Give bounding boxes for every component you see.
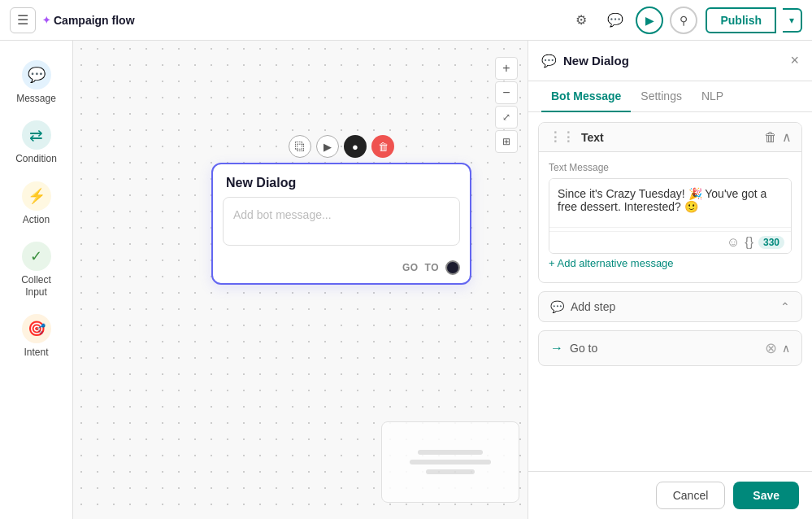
add-step-expand-icon[interactable]: ⌃ — [780, 300, 790, 313]
flow-star-icon: ✦ — [42, 15, 50, 26]
topbar-right: Publish ▾ — [706, 7, 802, 33]
text-message-container: ☺ {} 330 — [549, 178, 792, 254]
emoji-button[interactable]: ☺ — [727, 235, 740, 250]
minimap-line-2 — [410, 460, 491, 464]
goto-arrow-icon: → — [550, 341, 563, 355]
cancel-button[interactable]: Cancel — [656, 482, 726, 509]
node-dot-button[interactable]: ● — [344, 135, 367, 158]
add-step-left: 💬 Add step — [550, 300, 615, 313]
minimap-line-3 — [426, 469, 475, 474]
tree-icon: ⿻ — [295, 141, 306, 153]
text-block-delete-button[interactable]: 🗑 — [764, 130, 777, 145]
collect-input-icon: ✓ — [22, 242, 51, 271]
right-panel-footer: Cancel Save — [528, 471, 812, 519]
sidebar-item-intent-label: Intent — [24, 347, 48, 358]
goto-collapse-icon[interactable]: ∧ — [782, 342, 790, 355]
close-button[interactable]: × — [790, 52, 799, 69]
textarea-toolbar: ☺ {} 330 — [549, 231, 791, 253]
publish-button[interactable]: Publish — [706, 7, 776, 33]
minimap-content — [382, 422, 519, 502]
text-message-input[interactable] — [549, 179, 791, 228]
text-block-title: Text — [581, 131, 604, 144]
sidebar-item-intent[interactable]: 🎯 Intent — [7, 307, 66, 364]
code-button[interactable]: {} — [745, 235, 753, 250]
char-count-badge: 330 — [758, 236, 784, 249]
search-icon: ⚲ — [680, 14, 688, 27]
flow-title-text: Campaign flow — [54, 14, 135, 27]
add-step-block[interactable]: 💬 Add step ⌃ — [538, 291, 802, 322]
sidebar-item-action[interactable]: ⚡ Action — [7, 175, 66, 232]
sidebar-item-action-label: Action — [23, 214, 50, 225]
dialog-node-body[interactable]: Add bot message... — [223, 197, 460, 246]
right-panel-tabs: Bot Message Settings NLP — [528, 81, 812, 112]
zoom-in-button[interactable]: + — [495, 57, 518, 80]
right-panel-header: 💬 New Dialog × — [528, 41, 812, 81]
node-delete-button[interactable]: 🗑 — [371, 135, 394, 158]
dialog-icon: 💬 — [541, 54, 557, 68]
topbar: ☰ ✦ Campaign flow ⚙ 💬 ▶ ⚲ Publish ▾ — [0, 0, 812, 41]
flow-title: ✦ Campaign flow — [42, 14, 135, 27]
add-alternative-message-link[interactable]: + Add alternative message — [549, 254, 674, 273]
footer-go-label: GO — [402, 262, 419, 273]
minimap — [381, 421, 519, 503]
action-icon: ⚡ — [22, 181, 51, 211]
topbar-center: ⚙ 💬 ▶ ⚲ — [567, 7, 697, 34]
comment-button[interactable]: 💬 — [601, 7, 629, 34]
sidebar-item-condition-label: Condition — [15, 153, 57, 164]
text-block-header: ⋮⋮ Text 🗑 ∧ — [539, 123, 801, 152]
dialog-node-title: New Dialog — [213, 164, 470, 197]
fit-screen-button[interactable]: ⤢ — [495, 106, 518, 129]
sidebar-item-message-label: Message — [16, 93, 56, 104]
message-icon: 💬 — [22, 60, 51, 89]
goto-block: → Go to ⊗ ∧ — [538, 330, 802, 366]
canvas[interactable]: ⿻ ▶ ● 🗑 New Dialog Add bot message... GO… — [73, 41, 528, 519]
text-block-header-right: 🗑 ∧ — [764, 129, 792, 145]
left-panel: 💬 Message ⇄ Condition ⚡ Action ✓ Collect… — [0, 41, 73, 519]
tab-bot-message[interactable]: Bot Message — [541, 81, 631, 112]
sidebar-toggle-icon: ☰ — [17, 12, 28, 28]
footer-dot-icon[interactable] — [445, 260, 460, 275]
node-tree-button[interactable]: ⿻ — [289, 135, 311, 158]
text-block-body: Text Message ☺ {} 330 + Add alternative … — [539, 152, 801, 282]
node-delete-icon: 🗑 — [378, 141, 389, 153]
canvas-controls: + − ⤢ ⊞ — [495, 57, 518, 153]
dialog-node-placeholder: Add bot message... — [233, 208, 332, 221]
search-button[interactable]: ⚲ — [670, 7, 697, 34]
goto-clear-button[interactable]: ⊗ — [765, 339, 777, 357]
chevron-down-icon: ▾ — [789, 15, 794, 26]
grid-button[interactable]: ⊞ — [495, 130, 518, 153]
right-panel-title-text: New Dialog — [563, 54, 629, 68]
play-button[interactable]: ▶ — [636, 7, 663, 34]
save-button[interactable]: Save — [733, 482, 799, 509]
drag-handle-icon[interactable]: ⋮⋮ — [549, 129, 575, 145]
node-play-icon: ▶ — [323, 141, 332, 153]
tab-settings[interactable]: Settings — [631, 81, 692, 112]
tab-nlp[interactable]: NLP — [692, 81, 733, 112]
goto-label: Go to — [570, 342, 597, 355]
right-panel-title: 💬 New Dialog — [541, 54, 629, 68]
right-panel: 💬 New Dialog × Bot Message Settings NLP … — [528, 41, 812, 519]
publish-dropdown-button[interactable]: ▾ — [783, 8, 802, 33]
sidebar-item-collect-input[interactable]: ✓ Collect Input — [7, 235, 66, 304]
add-step-label: Add step — [571, 300, 615, 313]
play-icon: ▶ — [645, 14, 654, 27]
comment-icon: 💬 — [607, 12, 623, 28]
text-block-header-left: ⋮⋮ Text — [549, 129, 604, 145]
node-dot-icon: ● — [352, 141, 358, 153]
condition-icon: ⇄ — [22, 120, 51, 150]
tools-button[interactable]: ⚙ — [567, 7, 595, 34]
topbar-left: ☰ ✦ Campaign flow — [10, 7, 559, 33]
add-step-icon: 💬 — [550, 300, 564, 313]
sidebar-item-message[interactable]: 💬 Message — [7, 54, 66, 111]
minimap-line-1 — [418, 450, 483, 455]
node-play-button[interactable]: ▶ — [316, 135, 339, 158]
sidebar-toggle-button[interactable]: ☰ — [10, 7, 36, 33]
goto-left: → Go to — [550, 341, 597, 355]
node-toolbar: ⿻ ▶ ● 🗑 — [289, 135, 394, 158]
dialog-node-footer: GO TO — [213, 255, 470, 283]
zoom-out-button[interactable]: − — [495, 81, 518, 104]
dialog-node: ⿻ ▶ ● 🗑 New Dialog Add bot message... GO… — [211, 163, 471, 285]
text-block-collapse-button[interactable]: ∧ — [782, 129, 792, 145]
text-message-label: Text Message — [549, 162, 792, 173]
sidebar-item-condition[interactable]: ⇄ Condition — [7, 114, 66, 171]
